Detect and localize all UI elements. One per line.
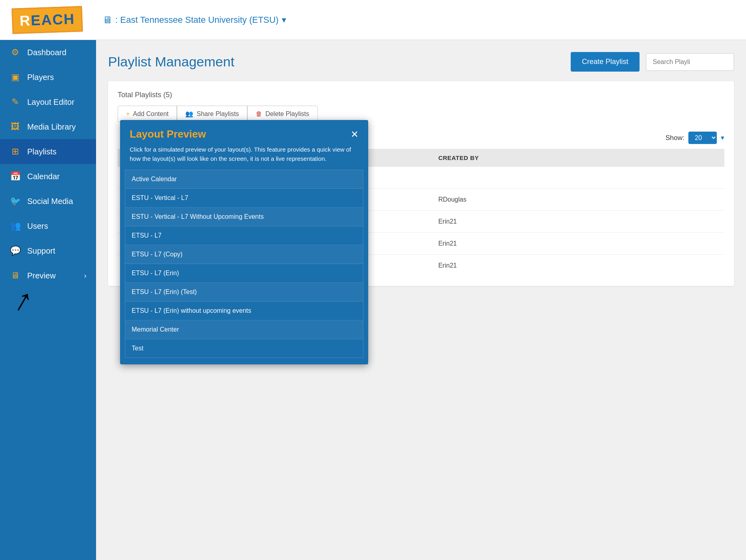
modal-header: Layout Preview ✕: [120, 120, 368, 145]
sidebar-item-preview[interactable]: 🖥 Preview ›: [0, 263, 96, 288]
show-select[interactable]: 20 50 100: [688, 132, 717, 144]
sidebar: ⚙ Dashboard ▣ Players ✎ Layout Editor 🖼 …: [0, 40, 96, 560]
share-icon: 👥: [185, 110, 193, 118]
chevron-down-icon: ▾: [282, 15, 286, 25]
layout-preview-modal: Layout Preview ✕ Click for a simulated p…: [120, 120, 368, 364]
cell-created-by: Erin21: [432, 233, 724, 255]
logo-text: REACH: [19, 10, 75, 29]
arrow-hint: ↑: [0, 288, 96, 320]
modal-close-button[interactable]: ✕: [351, 130, 359, 139]
modal-layout-list: Active CalendarESTU - Vertical - L7ESTU …: [125, 170, 363, 358]
modal-layout-item[interactable]: ESTU - Vertical - L7: [125, 189, 363, 208]
logo: REACH: [12, 6, 83, 34]
page-header: Playlist Management Create Playlist: [108, 52, 734, 72]
sidebar-item-label: Media Library: [27, 122, 76, 132]
monitor-icon: 🖥: [102, 14, 112, 26]
chevron-down-icon: ▾: [721, 134, 724, 142]
sidebar-item-label: Playlists: [27, 147, 56, 156]
chevron-right-icon: ›: [84, 272, 86, 280]
page-title: Playlist Management: [108, 54, 235, 70]
modal-layout-item[interactable]: ESTU - Vertical - L7 Without Upcoming Ev…: [125, 208, 363, 226]
sidebar-item-label: Players: [27, 73, 54, 82]
sidebar-item-label: Users: [27, 222, 48, 231]
cell-created-by: [432, 167, 724, 189]
app-body: ⚙ Dashboard ▣ Players ✎ Layout Editor 🖼 …: [0, 40, 746, 560]
sidebar-item-label: Calendar: [27, 172, 60, 181]
org-selector[interactable]: 🖥 : East Tennessee State University (ETS…: [102, 14, 286, 26]
add-content-button[interactable]: + Add Content: [118, 106, 177, 122]
modal-title: Layout Preview: [130, 128, 206, 140]
plus-icon: +: [126, 110, 130, 118]
main-content: Playlist Management Create Playlist Tota…: [96, 40, 746, 560]
social-media-icon: 🐦: [10, 196, 21, 206]
cell-created-by: Erin21: [432, 255, 724, 277]
sidebar-item-label: Preview: [27, 271, 56, 280]
modal-layout-item[interactable]: Test: [125, 339, 363, 358]
logo-area: REACH 🖥 : East Tennessee State Universit…: [12, 7, 286, 33]
modal-layout-item[interactable]: ETSU - L7 (Erin) (Test): [125, 283, 363, 302]
media-library-icon: 🖼: [10, 122, 21, 132]
sidebar-item-media-library[interactable]: 🖼 Media Library: [0, 114, 96, 139]
dashboard-icon: ⚙: [10, 47, 21, 58]
sidebar-item-dashboard[interactable]: ⚙ Dashboard: [0, 40, 96, 65]
sidebar-item-label: Dashboard: [27, 48, 66, 57]
app-header: REACH 🖥 : East Tennessee State Universit…: [0, 0, 746, 40]
sidebar-item-support[interactable]: 💬 Support: [0, 238, 96, 263]
preview-icon: 🖥: [10, 270, 21, 281]
search-input[interactable]: [646, 53, 734, 71]
players-icon: ▣: [10, 72, 21, 82]
col-created-by: CREATED BY: [432, 149, 724, 167]
share-playlists-button[interactable]: 👥 Share Playlists: [177, 106, 247, 122]
sidebar-item-users[interactable]: 👥 Users: [0, 214, 96, 238]
cell-created-by: Erin21: [432, 211, 724, 233]
sidebar-item-layout-editor[interactable]: ✎ Layout Editor: [0, 90, 96, 114]
sidebar-item-label: Social Media: [27, 197, 73, 206]
support-icon: 💬: [10, 246, 21, 256]
trash-icon: 🗑: [256, 110, 262, 118]
modal-description: Click for a simulated preview of your la…: [120, 145, 368, 170]
modal-layout-item[interactable]: ETSU - L7 (Erin): [125, 264, 363, 283]
delete-playlists-button[interactable]: 🗑 Delete Playlists: [247, 106, 317, 122]
users-icon: 👥: [10, 221, 21, 231]
create-playlist-button[interactable]: Create Playlist: [571, 52, 640, 72]
show-label: Show:: [666, 134, 684, 142]
sidebar-item-label: Layout Editor: [27, 98, 74, 107]
playlists-icon: ⊞: [10, 146, 21, 157]
total-playlists-label: Total Playlists (5): [118, 91, 724, 99]
action-buttons: + Add Content 👥 Share Playlists 🗑 Delete…: [118, 106, 724, 122]
modal-layout-item[interactable]: ETSU - L7 (Copy): [125, 245, 363, 264]
org-name: : East Tennessee State University (ETSU): [115, 15, 279, 25]
cell-created-by: RDouglas: [432, 189, 724, 211]
modal-layout-item[interactable]: Memorial Center: [125, 320, 363, 339]
sidebar-item-label: Support: [27, 246, 55, 256]
modal-layout-item[interactable]: ETSU - L7: [125, 226, 363, 245]
sidebar-item-players[interactable]: ▣ Players: [0, 65, 96, 90]
sidebar-item-calendar[interactable]: 📅 Calendar: [0, 164, 96, 189]
sidebar-item-playlists[interactable]: ⊞ Playlists: [0, 139, 96, 164]
sidebar-item-social-media[interactable]: 🐦 Social Media: [0, 189, 96, 214]
layout-editor-icon: ✎: [10, 97, 21, 107]
calendar-icon: 📅: [10, 171, 21, 182]
modal-layout-item[interactable]: Active Calendar: [125, 170, 363, 189]
header-actions: Create Playlist: [571, 52, 734, 72]
modal-layout-item[interactable]: ETSU - L7 (Erin) without upcoming events: [125, 302, 363, 320]
